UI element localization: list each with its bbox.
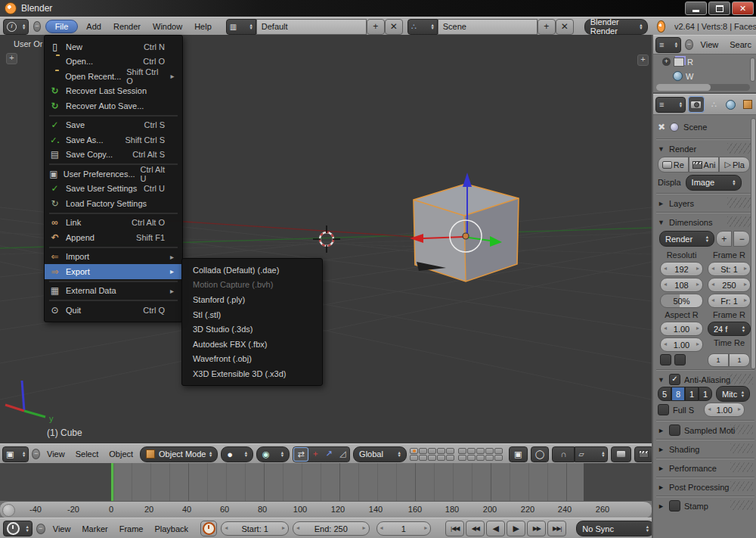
collapse-menus-button[interactable]: − — [685, 39, 693, 50]
panel-header-dimensions[interactable]: ▼ Dimensions — [658, 216, 750, 229]
timeline-playhead[interactable] — [111, 463, 113, 501]
tab-world[interactable] — [723, 97, 738, 112]
tab-render[interactable] — [688, 96, 704, 113]
menu-item-user-preferences[interactable]: User Preferences... Ctrl Alt U — [45, 166, 182, 182]
timeline-frame-range-area[interactable] — [113, 463, 584, 501]
menu-item-save-copy[interactable]: Save Copy... Ctrl Alt S — [45, 148, 182, 163]
antialiasing-checkbox[interactable]: ✓ — [669, 374, 680, 385]
proportional-edit-button[interactable]: ◯ — [531, 446, 550, 462]
sync-mode-selector[interactable]: No Sync ▴▾ — [576, 521, 655, 536]
layer-1-button[interactable] — [410, 448, 418, 454]
manipulator-toggle-button[interactable]: ⇄ — [293, 447, 308, 462]
aa-filter-selector[interactable]: Mitc ▴▾ — [716, 386, 750, 402]
aa-samples-16-button[interactable]: 1 — [699, 387, 712, 401]
rotate-manipulator-button[interactable]: ↗ — [322, 447, 336, 460]
editor-type-selector[interactable]: ▣ ▴▾ — [2, 446, 29, 462]
layer-button[interactable] — [428, 448, 436, 454]
previous-keyframe-button[interactable]: ◀◀ — [466, 521, 485, 536]
menu-item-import[interactable]: Import ▸ — [45, 250, 182, 265]
collapse-menus-button[interactable]: − — [33, 21, 40, 32]
aa-samples-5-button[interactable]: 5 — [658, 387, 671, 401]
menu-item-save-as[interactable]: Save As... Shift Ctrl S — [45, 132, 182, 148]
maximize-button[interactable] — [708, 2, 730, 15]
frame-end-field[interactable]: ◂250▸ — [708, 278, 751, 292]
use-preview-range-button[interactable] — [200, 521, 217, 536]
viewport-shading-selector[interactable]: ● ▴▾ — [221, 446, 253, 462]
layer-button[interactable] — [467, 448, 476, 454]
title-bar[interactable]: Blender ✕ — [0, 0, 756, 17]
layer-button[interactable] — [437, 455, 445, 461]
editor-type-selector[interactable]: i ▴▾ — [3, 19, 29, 35]
aa-samples-11-button[interactable]: 1 — [685, 387, 699, 401]
layer-button[interactable] — [485, 455, 494, 461]
menu-item-open-recent[interactable]: Open Recent... Shift Ctrl O ▸ — [45, 69, 182, 84]
panel-header-layers[interactable]: ► Layers — [658, 197, 750, 210]
menu-item-collada[interactable]: Collada (Default) (.dae) — [182, 263, 322, 278]
properties-vertical-scrollbar[interactable] — [751, 118, 756, 369]
menu-item-quit[interactable]: Quit Ctrl Q — [45, 303, 182, 318]
mode-selector[interactable]: Object Mode ▴▾ — [140, 446, 218, 462]
layer-button[interactable] — [494, 448, 503, 454]
panel-header-shading[interactable]: ► Shading — [658, 443, 750, 456]
menu-window[interactable]: Window — [149, 20, 186, 33]
menu-file[interactable]: File — [45, 20, 79, 33]
frame-rate-selector[interactable]: 24 f ▴▾ — [708, 322, 751, 336]
editor-type-selector[interactable]: ≡ ▴▾ — [655, 37, 681, 53]
jump-to-end-button[interactable]: ▶▶| — [547, 521, 566, 536]
screen-layout-name-field[interactable]: Default — [256, 19, 367, 35]
menu-item-recover-auto-save[interactable]: Recover Auto Save... — [45, 98, 182, 114]
layer-button[interactable] — [467, 455, 476, 461]
play-reverse-button[interactable]: ◀ — [486, 521, 505, 536]
transform-orientation-selector[interactable]: Global ▴▾ — [353, 446, 407, 462]
display-mode-selector[interactable]: Image ▴▾ — [686, 175, 742, 191]
menu-item-recover-last-session[interactable]: Recover Last Session — [45, 84, 182, 99]
menu-object[interactable]: Object — [105, 448, 137, 460]
aspect-x-field[interactable]: ◂1.00▸ — [660, 322, 703, 336]
layer-button[interactable] — [458, 455, 466, 461]
full-sample-checkbox[interactable] — [658, 404, 669, 415]
aa-samples-8-button[interactable]: 8 — [671, 387, 685, 401]
panel-header-sampled-motion-blur[interactable]: ► Sampled Moti — [658, 424, 750, 437]
snap-element-selector[interactable]: ▱ ▴▾ — [575, 446, 608, 462]
scene-icon-selector[interactable]: ∴ ▴▾ — [407, 19, 438, 35]
layer-button[interactable] — [446, 448, 454, 454]
sampled-motion-blur-checkbox[interactable] — [669, 424, 680, 436]
snap-toggle-button[interactable]: ∩ — [552, 446, 575, 462]
filter-size-field[interactable]: ◂1.00▸ — [704, 403, 745, 417]
resolution-x-field[interactable]: ◂192▸ — [660, 262, 703, 276]
properties-open-button[interactable]: + — [637, 54, 649, 66]
outliner-horizontal-scrollbar[interactable] — [656, 84, 750, 91]
frame-end-field[interactable]: ◂ End: 250 ▸ — [293, 521, 369, 536]
tab-object[interactable] — [741, 97, 755, 112]
resolution-y-field[interactable]: ◂108▸ — [660, 278, 703, 292]
menu-item-x3d[interactable]: X3D Extensible 3D (.x3d) — [182, 366, 322, 381]
next-keyframe-button[interactable]: ▶▶ — [527, 521, 546, 536]
layer-button[interactable] — [410, 455, 418, 461]
timeline-ruler[interactable]: -40 -20 0 20 40 60 80 100 120 140 160 18… — [0, 501, 652, 519]
lock-to-scene-button[interactable]: ▣ — [509, 446, 528, 462]
panel-header-stamp[interactable]: ► Stamp — [658, 499, 750, 512]
time-remap-old-field[interactable]: 1 — [708, 353, 729, 367]
layer-button[interactable] — [476, 448, 485, 454]
panel-header-antialiasing[interactable]: ▼ ✓ Anti-Aliasing — [658, 373, 750, 386]
menu-item-link[interactable]: Link Ctrl Alt O — [45, 216, 182, 231]
menu-view[interactable]: View — [49, 523, 75, 535]
layer-button[interactable] — [437, 448, 445, 454]
frame-start-field[interactable]: ◂St: 1▸ — [708, 262, 751, 276]
menu-view[interactable]: View — [697, 39, 723, 51]
scale-manipulator-button[interactable]: ◿ — [336, 447, 349, 460]
collapse-menus-button[interactable]: − — [32, 449, 40, 459]
time-remap-new-field[interactable]: 1 — [729, 353, 750, 367]
editor-type-selector[interactable]: ▴▾ — [3, 521, 33, 536]
close-button[interactable]: ✕ — [732, 2, 754, 15]
render-still-button[interactable]: Re — [658, 157, 689, 173]
render-animation-button[interactable]: Ani — [689, 157, 720, 173]
frame-start-field[interactable]: ◂ Start: 1 ▸ — [221, 521, 289, 536]
render-preset-selector[interactable]: Render ▴▾ — [659, 231, 714, 247]
layer-button[interactable] — [419, 448, 427, 454]
timeline-canvas[interactable] — [0, 463, 652, 501]
scene-name-field[interactable]: Scene — [438, 19, 538, 35]
layer-button[interactable] — [476, 455, 485, 461]
close-layout-button[interactable]: ✕ — [385, 19, 403, 35]
menu-item-autodesk-fbx[interactable]: Autodesk FBX (.fbx) — [182, 337, 322, 352]
